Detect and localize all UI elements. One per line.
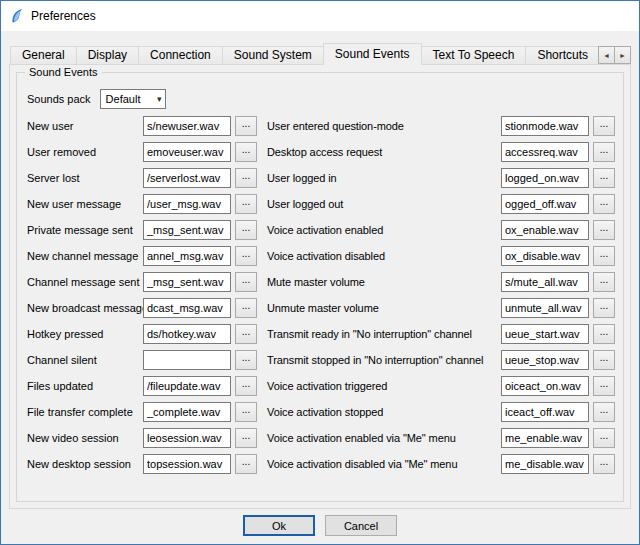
sound-file-input-voice-activation-enabled[interactable] bbox=[501, 220, 589, 240]
sound-event-rows: New user ... User entered question-mode … bbox=[27, 113, 615, 477]
sound-events-groupbox: Sound Events Sounds pack Default ▾ New u… bbox=[16, 72, 624, 502]
label-voice-activation-disabled: Voice activation disabled bbox=[267, 250, 501, 262]
browse-button-voice-activation-stopped[interactable]: ... bbox=[593, 402, 615, 422]
label-voice-activation-stopped: Voice activation stopped bbox=[267, 406, 501, 418]
browse-button-transmit-stopped-in-no-interruption-channel[interactable]: ... bbox=[593, 350, 615, 370]
sounds-pack-row: Sounds pack Default ▾ bbox=[27, 88, 623, 110]
browse-button-desktop-access-request[interactable]: ... bbox=[593, 142, 615, 162]
sound-file-input-voice-activation-triggered[interactable] bbox=[501, 376, 589, 396]
sounds-pack-select[interactable]: Default ▾ bbox=[100, 89, 166, 109]
browse-button-files-updated[interactable]: ... bbox=[235, 376, 257, 396]
sound-file-input-voice-activation-disabled[interactable] bbox=[501, 246, 589, 266]
cancel-button[interactable]: Cancel bbox=[325, 515, 397, 536]
tab-sound-system[interactable]: Sound System bbox=[222, 46, 324, 65]
browse-button-transmit-ready-in-no-interruption-channel[interactable]: ... bbox=[593, 324, 615, 344]
sound-file-input-user-logged-out[interactable] bbox=[501, 194, 589, 214]
label-server-lost: Server lost bbox=[27, 172, 143, 184]
sound-file-input-new-desktop-session[interactable] bbox=[143, 454, 231, 474]
sound-file-input-transmit-ready-in-no-interruption-channel[interactable] bbox=[501, 324, 589, 344]
sound-file-input-channel-message-sent[interactable] bbox=[143, 272, 231, 292]
sound-file-input-mute-master-volume[interactable] bbox=[501, 272, 589, 292]
browse-button-voice-activation-disabled[interactable]: ... bbox=[593, 246, 615, 266]
tab-connection[interactable]: Connection bbox=[138, 46, 223, 65]
browse-button-voice-activation-triggered[interactable]: ... bbox=[593, 376, 615, 396]
label-files-updated: Files updated bbox=[27, 380, 143, 392]
sound-event-row: New channel message ... Voice activation… bbox=[27, 243, 615, 269]
tab-shortcuts[interactable]: Shortcuts bbox=[525, 46, 600, 65]
browse-button-user-logged-in[interactable]: ... bbox=[593, 168, 615, 188]
browse-button-voice-activation-enabled-via-me-menu[interactable]: ... bbox=[593, 428, 615, 448]
preferences-window: Preferences GeneralDisplayConnectionSoun… bbox=[0, 0, 640, 545]
browse-button-channel-silent[interactable]: ... bbox=[235, 350, 257, 370]
sound-file-input-user-logged-in[interactable] bbox=[501, 168, 589, 188]
browse-button-new-broadcast-message[interactable]: ... bbox=[235, 298, 257, 318]
browse-button-hotkey-pressed[interactable]: ... bbox=[235, 324, 257, 344]
sound-file-input-channel-silent[interactable] bbox=[143, 350, 231, 370]
browse-button-new-channel-message[interactable]: ... bbox=[235, 246, 257, 266]
label-new-user-message: New user message bbox=[27, 198, 143, 210]
tab-scroll-right-button[interactable]: ► bbox=[614, 46, 631, 64]
sound-event-row: New user message ... User logged out ... bbox=[27, 191, 615, 217]
sound-file-input-new-user-message[interactable] bbox=[143, 194, 231, 214]
sound-file-input-new-video-session[interactable] bbox=[143, 428, 231, 448]
label-user-logged-in: User logged in bbox=[267, 172, 501, 184]
browse-button-voice-activation-disabled-via-me-menu[interactable]: ... bbox=[593, 454, 615, 474]
app-logo-icon bbox=[9, 8, 25, 24]
chevron-down-icon: ▾ bbox=[157, 94, 162, 104]
label-user-removed: User removed bbox=[27, 146, 143, 158]
sound-file-input-files-updated[interactable] bbox=[143, 376, 231, 396]
label-new-user: New user bbox=[27, 120, 143, 132]
label-transmit-stopped-in-no-interruption-channel: Transmit stopped in "No interruption" ch… bbox=[267, 354, 501, 366]
sound-event-row: Server lost ... User logged in ... bbox=[27, 165, 615, 191]
sound-file-input-desktop-access-request[interactable] bbox=[501, 142, 589, 162]
label-channel-silent: Channel silent bbox=[27, 354, 143, 366]
sound-file-input-private-message-sent[interactable] bbox=[143, 220, 231, 240]
tab-sound-events[interactable]: Sound Events bbox=[323, 43, 422, 65]
sound-event-row: New broadcast message ... Unmute master … bbox=[27, 295, 615, 321]
browse-button-new-user-message[interactable]: ... bbox=[235, 194, 257, 214]
browse-button-server-lost[interactable]: ... bbox=[235, 168, 257, 188]
browse-button-channel-message-sent[interactable]: ... bbox=[235, 272, 257, 292]
sound-file-input-new-broadcast-message[interactable] bbox=[143, 298, 231, 318]
browse-button-unmute-master-volume[interactable]: ... bbox=[593, 298, 615, 318]
sound-file-input-transmit-stopped-in-no-interruption-channel[interactable] bbox=[501, 350, 589, 370]
sound-file-input-hotkey-pressed[interactable] bbox=[143, 324, 231, 344]
browse-button-user-logged-out[interactable]: ... bbox=[593, 194, 615, 214]
browse-button-user-removed[interactable]: ... bbox=[235, 142, 257, 162]
label-voice-activation-enabled: Voice activation enabled bbox=[267, 224, 501, 236]
label-transmit-ready-in-no-interruption-channel: Transmit ready in "No interruption" chan… bbox=[267, 328, 501, 340]
browse-button-user-entered-question-mode[interactable]: ... bbox=[593, 116, 615, 136]
sound-file-input-voice-activation-enabled-via-me-menu[interactable] bbox=[501, 428, 589, 448]
browse-button-new-user[interactable]: ... bbox=[235, 116, 257, 136]
sound-event-row: New desktop session ... Voice activation… bbox=[27, 451, 615, 477]
sound-file-input-unmute-master-volume[interactable] bbox=[501, 298, 589, 318]
sound-file-input-voice-activation-stopped[interactable] bbox=[501, 402, 589, 422]
sound-file-input-user-removed[interactable] bbox=[143, 142, 231, 162]
group-title: Sound Events bbox=[25, 66, 102, 78]
label-mute-master-volume: Mute master volume bbox=[267, 276, 501, 288]
sound-file-input-user-entered-question-mode[interactable] bbox=[501, 116, 589, 136]
browse-button-new-video-session[interactable]: ... bbox=[235, 428, 257, 448]
label-desktop-access-request: Desktop access request bbox=[267, 146, 501, 158]
tab-display[interactable]: Display bbox=[76, 46, 139, 65]
tab-scroll-left-button[interactable]: ◄ bbox=[598, 46, 615, 64]
tab-general[interactable]: General bbox=[10, 46, 77, 65]
label-voice-activation-disabled-via-me-menu: Voice activation disabled via "Me" menu bbox=[267, 458, 501, 470]
sound-file-input-new-channel-message[interactable] bbox=[143, 246, 231, 266]
sound-file-input-voice-activation-disabled-via-me-menu[interactable] bbox=[501, 454, 589, 474]
tab-text-to-speech[interactable]: Text To Speech bbox=[421, 46, 527, 65]
sound-file-input-server-lost[interactable] bbox=[143, 168, 231, 188]
label-user-entered-question-mode: User entered question-mode bbox=[267, 120, 501, 132]
sound-event-row: File transfer complete ... Voice activat… bbox=[27, 399, 615, 425]
sound-file-input-new-user[interactable] bbox=[143, 116, 231, 136]
browse-button-mute-master-volume[interactable]: ... bbox=[593, 272, 615, 292]
tab-page-sound-events: Sound Events Sounds pack Default ▾ New u… bbox=[9, 64, 631, 509]
browse-button-private-message-sent[interactable]: ... bbox=[235, 220, 257, 240]
label-user-logged-out: User logged out bbox=[267, 198, 501, 210]
sound-file-input-file-transfer-complete[interactable] bbox=[143, 402, 231, 422]
sound-event-row: Channel message sent ... Mute master vol… bbox=[27, 269, 615, 295]
ok-button[interactable]: Ok bbox=[243, 515, 315, 536]
browse-button-file-transfer-complete[interactable]: ... bbox=[235, 402, 257, 422]
browse-button-voice-activation-enabled[interactable]: ... bbox=[593, 220, 615, 240]
browse-button-new-desktop-session[interactable]: ... bbox=[235, 454, 257, 474]
